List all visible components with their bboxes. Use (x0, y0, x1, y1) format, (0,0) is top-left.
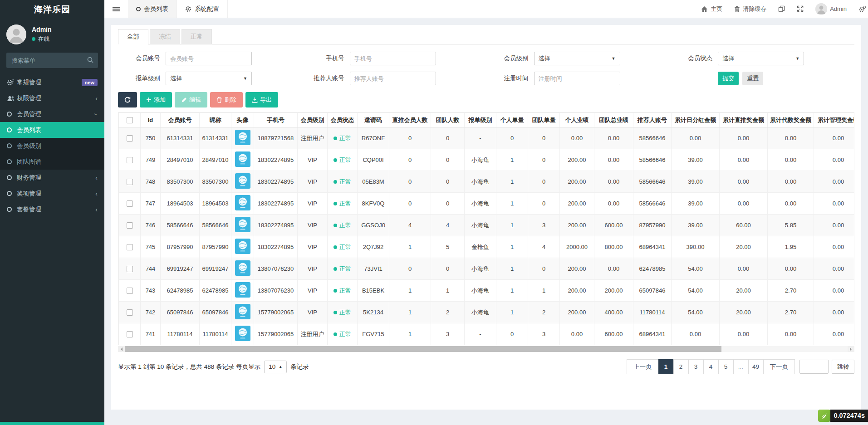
page-button-4[interactable]: 4 (703, 359, 719, 374)
row-checkbox[interactable] (127, 135, 133, 142)
column-header[interactable]: 昵称 (200, 113, 231, 127)
home-link[interactable]: 主页 (701, 5, 722, 13)
row-checkbox[interactable] (127, 244, 133, 250)
column-header[interactable]: 头像 (231, 113, 254, 127)
column-header[interactable]: 累计日分红金额 (672, 113, 720, 127)
table-row[interactable]: 743624789856247898513807076230VIP正常B15EB… (119, 280, 855, 302)
column-header[interactable]: Id (141, 113, 161, 127)
row-checkbox[interactable] (127, 157, 133, 163)
settings-gears-icon[interactable] (858, 5, 866, 13)
column-header[interactable]: 直推会员人数 (389, 113, 431, 127)
sidebar-item-team-graph[interactable]: 团队图谱 (0, 154, 104, 170)
column-header[interactable]: 累计管理奖金额 (814, 113, 855, 127)
column-header[interactable]: 团队人数 (431, 113, 465, 127)
tab-normal[interactable]: 正常 (181, 29, 212, 44)
column-header[interactable]: 个人业绩 (560, 113, 594, 127)
row-checkbox[interactable] (127, 222, 133, 229)
export-button[interactable]: 导出 (245, 92, 278, 107)
row-checkbox[interactable] (127, 266, 133, 272)
tab-frozen[interactable]: 冻结 (150, 29, 180, 44)
table-row[interactable]: 741117801141178011415779002065注册用户正常FGV7… (119, 323, 855, 345)
column-header[interactable]: 会员状态 (328, 113, 358, 127)
column-header[interactable]: 邀请码 (358, 113, 389, 127)
column-header[interactable]: 报单级别 (465, 113, 496, 127)
referrer-input[interactable] (350, 72, 436, 85)
column-header[interactable]: 会员账号 (161, 113, 200, 127)
page-button-5[interactable]: 5 (718, 359, 734, 374)
cell-team_perf: 0.00 (594, 193, 633, 215)
phone-input[interactable] (350, 52, 436, 65)
row-checkbox[interactable] (127, 200, 133, 207)
column-header[interactable]: 推荐人账号 (633, 113, 672, 127)
tab-member-list[interactable]: 会员列表 (128, 0, 177, 18)
column-header[interactable]: 团队总业绩 (594, 113, 633, 127)
page-size-select[interactable]: 10▲ (264, 361, 287, 373)
search-icon[interactable] (87, 56, 94, 64)
tab-all[interactable]: 全部 (118, 29, 148, 44)
sidebar-item-general-management[interactable]: 常规管理 new (0, 74, 104, 90)
scroll-left-arrow[interactable] (118, 346, 125, 352)
page-button-3[interactable]: 3 (688, 359, 704, 374)
sidebar-item-finance-management[interactable]: 财务管理 ‹ (0, 170, 104, 186)
horizontal-scrollbar[interactable] (118, 346, 854, 352)
scroll-right-arrow[interactable] (848, 346, 854, 352)
page-button-49[interactable]: 49 (748, 359, 764, 374)
table-row[interactable]: 742650978466509784615779002065VIP正常5K213… (119, 302, 855, 323)
next-page-button[interactable]: 下一页 (763, 359, 795, 374)
sidebar-item-member-list[interactable]: 会员列表 (0, 122, 104, 138)
table-row[interactable]: 749284970102849701018302274895VIP正常CQP00… (119, 149, 855, 171)
menu-search-input[interactable] (6, 53, 98, 68)
column-header[interactable]: 手机号 (254, 113, 298, 127)
column-header[interactable]: 累计直推奖金额 (720, 113, 768, 127)
sidebar-item-permission-management[interactable]: 权限管理 ‹ (0, 90, 104, 106)
submit-button[interactable]: 提交 (718, 72, 739, 85)
member-avatar-image (235, 260, 250, 276)
row-checkbox[interactable] (127, 288, 133, 294)
cell-nick: 69919247 (200, 258, 231, 280)
cell-phone: 13807076230 (254, 280, 298, 302)
account-input[interactable] (166, 52, 252, 65)
cell-team: 0 (431, 258, 465, 280)
sidebar-item-member-level[interactable]: 会员级别 (0, 138, 104, 154)
column-header[interactable]: 会员级别 (298, 113, 328, 127)
add-button[interactable]: 添加 (140, 92, 172, 107)
table-row[interactable]: 750613143316131433118879721568注册用户正常R67O… (119, 127, 855, 149)
refresh-button[interactable] (118, 92, 137, 107)
table-row[interactable]: 748835073008350730018302274895VIP正常05E83… (119, 171, 855, 193)
clear-cache-link[interactable]: 清除缓存 (734, 5, 766, 13)
row-checkbox[interactable] (127, 179, 133, 185)
column-header[interactable]: 个人单量 (496, 113, 528, 127)
select-all-checkbox[interactable] (127, 117, 133, 123)
cell-invite: 5K2134 (358, 302, 389, 323)
table-row[interactable]: 744699192476991924713807076230VIP正常73JVI… (119, 258, 855, 280)
row-checkbox[interactable] (127, 309, 133, 316)
edit-button[interactable]: 编辑 (175, 92, 207, 107)
level-select[interactable]: 选择▼ (534, 52, 620, 65)
reg-time-input[interactable] (534, 72, 620, 85)
user-menu[interactable]: Admin (815, 3, 847, 15)
column-header[interactable]: 团队单量 (528, 113, 560, 127)
jump-page-input[interactable] (799, 360, 829, 374)
prev-page-button[interactable]: 上一页 (627, 359, 659, 374)
sidebar-item-award-management[interactable]: 奖项管理 ‹ (0, 186, 104, 201)
table-row[interactable]: 747189645031896450318302274895VIP正常8KFV0… (119, 193, 855, 215)
sidebar-item-package-management[interactable]: 套餐管理 ‹ (0, 201, 104, 217)
table-row[interactable]: 745879579908795799018302274895VIP正常2Q7J9… (119, 236, 855, 258)
fullscreen-icon[interactable] (797, 5, 804, 12)
cell-account: 61314331 (161, 127, 200, 149)
member-status-select[interactable]: 选择▼ (718, 52, 804, 65)
sidebar-toggle-button[interactable] (104, 0, 128, 18)
order-level-select[interactable]: 选择▼ (166, 72, 252, 85)
sidebar-item-member-management[interactable]: 会员管理 › (0, 106, 104, 122)
scrollbar-thumb[interactable] (125, 346, 721, 352)
copy-files-icon[interactable] (778, 5, 785, 12)
tab-system-config[interactable]: 系统配置 (177, 0, 228, 18)
reset-button[interactable]: 重置 (742, 72, 763, 85)
page-button-2[interactable]: 2 (673, 359, 689, 374)
page-button-1[interactable]: 1 (658, 359, 674, 374)
table-row[interactable]: 746585666465856664618302274895VIP正常GGSOJ… (119, 215, 855, 236)
jump-button[interactable]: 跳转 (832, 360, 854, 374)
row-checkbox[interactable] (127, 331, 133, 337)
delete-button[interactable]: 删除 (210, 92, 243, 107)
column-header[interactable]: 累计代数奖金额 (768, 113, 814, 127)
